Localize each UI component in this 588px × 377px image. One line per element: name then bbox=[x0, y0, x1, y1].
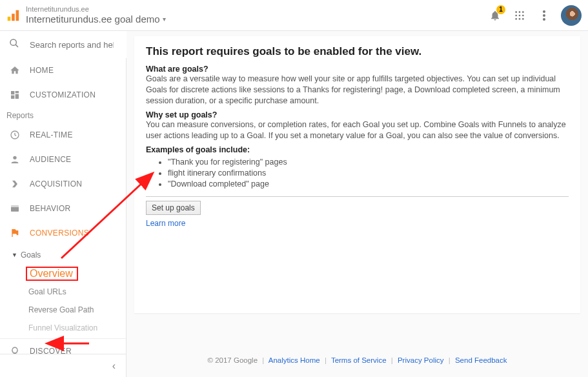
text-what: Goals are a versatile way to measure how… bbox=[146, 74, 569, 107]
search-row[interactable] bbox=[0, 31, 127, 58]
chevron-left-icon: ‹ bbox=[112, 360, 116, 372]
nav-customization-label: CUSTOMIZATION bbox=[30, 90, 96, 99]
example-item: "Thank you for registering" pages bbox=[168, 157, 569, 168]
overview-highlight-box: Overview bbox=[26, 267, 78, 281]
nav-home-label: HOME bbox=[30, 66, 54, 75]
report-card: This report requires goals to be enabled… bbox=[134, 36, 580, 313]
triangle-down-icon: ▼ bbox=[12, 252, 17, 258]
nav-behavior[interactable]: BEHAVIOR bbox=[0, 196, 126, 221]
page-footer: © 2017 Google | Analytics Home | Terms o… bbox=[127, 349, 588, 377]
nav-realtime-label: REAL-TIME bbox=[30, 130, 73, 139]
example-item: flight itinerary confirmations bbox=[168, 168, 569, 179]
svg-point-22 bbox=[13, 156, 16, 159]
learn-more-row: Learn more bbox=[146, 219, 569, 228]
nav-acquisition[interactable]: ACQUISITION bbox=[0, 172, 126, 196]
ga-logo-icon bbox=[4, 6, 22, 25]
example-item: "Download completed" page bbox=[168, 179, 569, 190]
dashboard-icon bbox=[9, 89, 21, 101]
reports-section-label: Reports bbox=[0, 107, 126, 123]
nav-overview-row[interactable]: Overview bbox=[0, 265, 126, 283]
person-icon bbox=[9, 154, 21, 165]
home-icon bbox=[9, 65, 21, 76]
collapse-sidebar-button[interactable]: ‹ bbox=[0, 354, 127, 377]
heading-why: Why set up goals? bbox=[146, 110, 569, 119]
copyright-text: © 2017 Google bbox=[208, 356, 258, 364]
svg-point-8 bbox=[522, 14, 524, 16]
nav-goals-label: Goals bbox=[21, 250, 41, 260]
learn-more-link[interactable]: Learn more bbox=[146, 219, 185, 228]
acquisition-icon bbox=[9, 178, 21, 190]
svg-rect-18 bbox=[15, 91, 19, 93]
nav-conversions-label: CONVERSIONS bbox=[30, 229, 89, 238]
nav-reverse-goal-path[interactable]: Reverse Goal Path bbox=[0, 301, 126, 319]
view-name: Internetiturundus.ee goal demo ▾ bbox=[26, 14, 166, 25]
svg-point-11 bbox=[522, 18, 524, 20]
caret-down-icon: ▾ bbox=[163, 14, 166, 25]
heading-what: What are goals? bbox=[146, 65, 569, 74]
footer-feedback[interactable]: Send Feedback bbox=[455, 356, 507, 364]
footer-terms[interactable]: Terms of Service bbox=[331, 356, 387, 364]
svg-line-16 bbox=[15, 45, 18, 47]
svg-point-9 bbox=[515, 18, 517, 20]
account-name: Internetiturundus.ee bbox=[26, 5, 166, 14]
nav-conversions[interactable]: CONVERSIONS bbox=[0, 221, 126, 245]
left-sidebar: HOME CUSTOMIZATION Reports REAL-TIME AUD… bbox=[0, 31, 127, 377]
svg-point-10 bbox=[519, 18, 521, 20]
svg-point-15 bbox=[10, 39, 16, 45]
svg-point-12 bbox=[543, 10, 545, 13]
heading-examples: Examples of goals include: bbox=[146, 145, 569, 154]
nav-audience[interactable]: AUDIENCE bbox=[0, 147, 126, 172]
svg-rect-2 bbox=[16, 10, 19, 21]
svg-rect-17 bbox=[11, 91, 14, 94]
svg-rect-0 bbox=[8, 16, 11, 20]
svg-point-4 bbox=[519, 11, 521, 13]
product-switcher[interactable]: Internetiturundus.ee Internetiturundus.e… bbox=[26, 5, 166, 25]
footer-analytics-home[interactable]: Analytics Home bbox=[269, 356, 320, 364]
text-why: You can measure conversions, or completi… bbox=[146, 119, 569, 141]
nav-reverse-goal-path-label: Reverse Goal Path bbox=[28, 305, 94, 314]
nav-goal-urls[interactable]: Goal URLs bbox=[0, 283, 126, 301]
more-menu-icon[interactable] bbox=[536, 8, 552, 23]
setup-goals-button[interactable]: Set up goals bbox=[146, 201, 201, 215]
svg-point-14 bbox=[543, 18, 545, 21]
svg-point-3 bbox=[515, 11, 517, 13]
nav-funnel-label: Funnel Visualization bbox=[28, 323, 97, 332]
nav-audience-label: AUDIENCE bbox=[30, 155, 71, 164]
nav-goal-urls-label: Goal URLs bbox=[28, 287, 66, 296]
nav-overview-label: Overview bbox=[30, 268, 73, 280]
notifications-icon[interactable]: 1 bbox=[487, 8, 503, 23]
svg-rect-20 bbox=[11, 96, 14, 99]
examples-list: "Thank you for registering" pages flight… bbox=[168, 157, 569, 190]
search-icon bbox=[9, 38, 19, 51]
flag-icon bbox=[9, 227, 21, 239]
nav-realtime[interactable]: REAL-TIME bbox=[0, 123, 126, 147]
nav-funnel-visualization[interactable]: Funnel Visualization bbox=[0, 319, 126, 337]
nav-behavior-label: BEHAVIOR bbox=[30, 204, 71, 213]
user-avatar[interactable] bbox=[561, 5, 582, 26]
svg-point-6 bbox=[515, 14, 517, 16]
top-header: Internetiturundus.ee Internetiturundus.e… bbox=[0, 0, 588, 31]
footer-privacy[interactable]: Privacy Policy bbox=[398, 356, 444, 364]
main-area: This report requires goals to be enabled… bbox=[127, 31, 588, 377]
search-input[interactable] bbox=[30, 40, 114, 50]
svg-point-5 bbox=[522, 11, 524, 13]
behavior-icon bbox=[9, 203, 21, 214]
nav-customization[interactable]: CUSTOMIZATION bbox=[0, 83, 126, 107]
notifications-badge: 1 bbox=[496, 5, 505, 14]
view-name-text: Internetiturundus.ee goal demo bbox=[26, 14, 160, 25]
svg-rect-24 bbox=[11, 205, 19, 207]
svg-rect-19 bbox=[15, 94, 19, 99]
svg-rect-1 bbox=[12, 14, 15, 21]
app-launcher-icon[interactable] bbox=[512, 8, 527, 23]
clock-icon bbox=[9, 129, 21, 141]
svg-point-7 bbox=[519, 14, 521, 16]
nav-goals[interactable]: ▼ Goals bbox=[0, 245, 126, 265]
nav-home[interactable]: HOME bbox=[0, 58, 126, 83]
svg-point-13 bbox=[543, 14, 545, 17]
report-title: This report requires goals to be enabled… bbox=[146, 45, 569, 58]
nav-acquisition-label: ACQUISITION bbox=[30, 179, 82, 188]
